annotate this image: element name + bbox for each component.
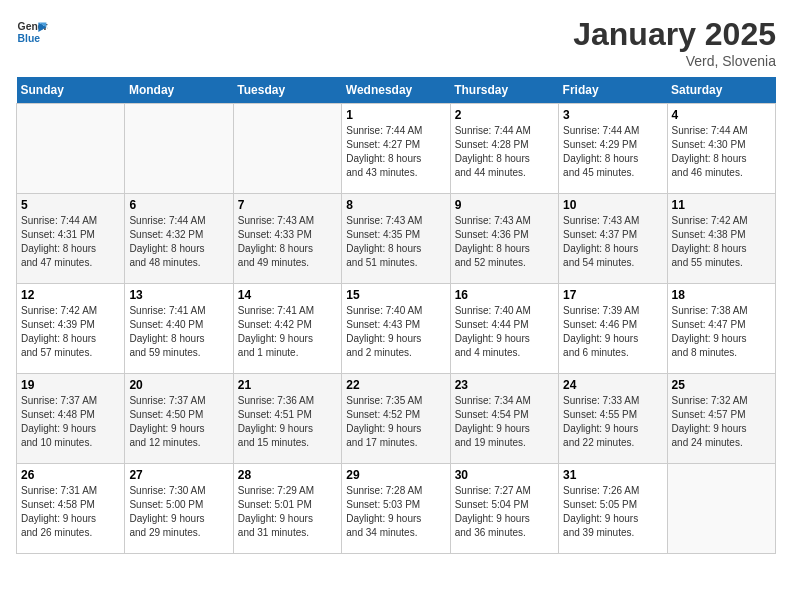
day-info: Sunrise: 7:39 AMSunset: 4:46 PMDaylight:… [563, 304, 662, 360]
calendar-week-row: 1Sunrise: 7:44 AMSunset: 4:27 PMDaylight… [17, 104, 776, 194]
day-number: 7 [238, 198, 337, 212]
calendar-cell: 16Sunrise: 7:40 AMSunset: 4:44 PMDayligh… [450, 284, 558, 374]
day-info: Sunrise: 7:31 AMSunset: 4:58 PMDaylight:… [21, 484, 120, 540]
calendar-body: 1Sunrise: 7:44 AMSunset: 4:27 PMDaylight… [17, 104, 776, 554]
day-number: 9 [455, 198, 554, 212]
logo-icon: General Blue [16, 16, 48, 48]
calendar-cell: 19Sunrise: 7:37 AMSunset: 4:48 PMDayligh… [17, 374, 125, 464]
calendar-cell: 7Sunrise: 7:43 AMSunset: 4:33 PMDaylight… [233, 194, 341, 284]
calendar-cell: 14Sunrise: 7:41 AMSunset: 4:42 PMDayligh… [233, 284, 341, 374]
day-info: Sunrise: 7:40 AMSunset: 4:43 PMDaylight:… [346, 304, 445, 360]
day-info: Sunrise: 7:41 AMSunset: 4:42 PMDaylight:… [238, 304, 337, 360]
day-info: Sunrise: 7:29 AMSunset: 5:01 PMDaylight:… [238, 484, 337, 540]
day-info: Sunrise: 7:43 AMSunset: 4:36 PMDaylight:… [455, 214, 554, 270]
day-number: 4 [672, 108, 771, 122]
day-number: 30 [455, 468, 554, 482]
day-of-week-header: Thursday [450, 77, 558, 104]
day-number: 31 [563, 468, 662, 482]
calendar-header: SundayMondayTuesdayWednesdayThursdayFrid… [17, 77, 776, 104]
day-info: Sunrise: 7:28 AMSunset: 5:03 PMDaylight:… [346, 484, 445, 540]
calendar-cell: 26Sunrise: 7:31 AMSunset: 4:58 PMDayligh… [17, 464, 125, 554]
month-title: January 2025 [573, 16, 776, 53]
day-number: 22 [346, 378, 445, 392]
calendar-cell [667, 464, 775, 554]
day-number: 1 [346, 108, 445, 122]
day-info: Sunrise: 7:35 AMSunset: 4:52 PMDaylight:… [346, 394, 445, 450]
day-number: 27 [129, 468, 228, 482]
calendar-cell: 21Sunrise: 7:36 AMSunset: 4:51 PMDayligh… [233, 374, 341, 464]
calendar-cell: 28Sunrise: 7:29 AMSunset: 5:01 PMDayligh… [233, 464, 341, 554]
day-info: Sunrise: 7:34 AMSunset: 4:54 PMDaylight:… [455, 394, 554, 450]
calendar-cell: 23Sunrise: 7:34 AMSunset: 4:54 PMDayligh… [450, 374, 558, 464]
calendar-week-row: 19Sunrise: 7:37 AMSunset: 4:48 PMDayligh… [17, 374, 776, 464]
day-info: Sunrise: 7:43 AMSunset: 4:37 PMDaylight:… [563, 214, 662, 270]
day-number: 10 [563, 198, 662, 212]
day-number: 5 [21, 198, 120, 212]
logo: General Blue [16, 16, 48, 48]
calendar-table: SundayMondayTuesdayWednesdayThursdayFrid… [16, 77, 776, 554]
day-of-week-header: Saturday [667, 77, 775, 104]
calendar-cell: 5Sunrise: 7:44 AMSunset: 4:31 PMDaylight… [17, 194, 125, 284]
day-info: Sunrise: 7:38 AMSunset: 4:47 PMDaylight:… [672, 304, 771, 360]
day-of-week-header: Wednesday [342, 77, 450, 104]
calendar-cell: 25Sunrise: 7:32 AMSunset: 4:57 PMDayligh… [667, 374, 775, 464]
calendar-cell: 6Sunrise: 7:44 AMSunset: 4:32 PMDaylight… [125, 194, 233, 284]
calendar-cell: 1Sunrise: 7:44 AMSunset: 4:27 PMDaylight… [342, 104, 450, 194]
day-number: 8 [346, 198, 445, 212]
calendar-week-row: 26Sunrise: 7:31 AMSunset: 4:58 PMDayligh… [17, 464, 776, 554]
day-info: Sunrise: 7:36 AMSunset: 4:51 PMDaylight:… [238, 394, 337, 450]
page-header: General Blue January 2025 Verd, Slovenia [16, 16, 776, 69]
day-number: 26 [21, 468, 120, 482]
calendar-cell: 22Sunrise: 7:35 AMSunset: 4:52 PMDayligh… [342, 374, 450, 464]
day-number: 11 [672, 198, 771, 212]
calendar-cell: 27Sunrise: 7:30 AMSunset: 5:00 PMDayligh… [125, 464, 233, 554]
day-number: 19 [21, 378, 120, 392]
day-number: 17 [563, 288, 662, 302]
calendar-cell: 24Sunrise: 7:33 AMSunset: 4:55 PMDayligh… [559, 374, 667, 464]
calendar-cell: 8Sunrise: 7:43 AMSunset: 4:35 PMDaylight… [342, 194, 450, 284]
calendar-cell: 29Sunrise: 7:28 AMSunset: 5:03 PMDayligh… [342, 464, 450, 554]
location: Verd, Slovenia [573, 53, 776, 69]
calendar-cell: 13Sunrise: 7:41 AMSunset: 4:40 PMDayligh… [125, 284, 233, 374]
day-number: 18 [672, 288, 771, 302]
day-info: Sunrise: 7:37 AMSunset: 4:50 PMDaylight:… [129, 394, 228, 450]
day-number: 29 [346, 468, 445, 482]
day-number: 15 [346, 288, 445, 302]
calendar-cell: 4Sunrise: 7:44 AMSunset: 4:30 PMDaylight… [667, 104, 775, 194]
calendar-cell: 15Sunrise: 7:40 AMSunset: 4:43 PMDayligh… [342, 284, 450, 374]
calendar-cell: 18Sunrise: 7:38 AMSunset: 4:47 PMDayligh… [667, 284, 775, 374]
day-info: Sunrise: 7:44 AMSunset: 4:28 PMDaylight:… [455, 124, 554, 180]
day-number: 25 [672, 378, 771, 392]
day-info: Sunrise: 7:44 AMSunset: 4:30 PMDaylight:… [672, 124, 771, 180]
day-number: 6 [129, 198, 228, 212]
day-number: 2 [455, 108, 554, 122]
day-info: Sunrise: 7:42 AMSunset: 4:38 PMDaylight:… [672, 214, 771, 270]
day-number: 24 [563, 378, 662, 392]
day-of-week-header: Monday [125, 77, 233, 104]
calendar-cell [125, 104, 233, 194]
calendar-cell [17, 104, 125, 194]
day-number: 13 [129, 288, 228, 302]
calendar-cell: 12Sunrise: 7:42 AMSunset: 4:39 PMDayligh… [17, 284, 125, 374]
calendar-cell: 10Sunrise: 7:43 AMSunset: 4:37 PMDayligh… [559, 194, 667, 284]
title-block: January 2025 Verd, Slovenia [573, 16, 776, 69]
calendar-cell: 9Sunrise: 7:43 AMSunset: 4:36 PMDaylight… [450, 194, 558, 284]
day-info: Sunrise: 7:26 AMSunset: 5:05 PMDaylight:… [563, 484, 662, 540]
days-of-week-row: SundayMondayTuesdayWednesdayThursdayFrid… [17, 77, 776, 104]
svg-text:Blue: Blue [18, 33, 41, 44]
day-info: Sunrise: 7:44 AMSunset: 4:31 PMDaylight:… [21, 214, 120, 270]
calendar-cell: 30Sunrise: 7:27 AMSunset: 5:04 PMDayligh… [450, 464, 558, 554]
day-number: 20 [129, 378, 228, 392]
day-number: 3 [563, 108, 662, 122]
calendar-cell: 20Sunrise: 7:37 AMSunset: 4:50 PMDayligh… [125, 374, 233, 464]
calendar-cell: 31Sunrise: 7:26 AMSunset: 5:05 PMDayligh… [559, 464, 667, 554]
day-info: Sunrise: 7:44 AMSunset: 4:27 PMDaylight:… [346, 124, 445, 180]
day-number: 16 [455, 288, 554, 302]
calendar-week-row: 12Sunrise: 7:42 AMSunset: 4:39 PMDayligh… [17, 284, 776, 374]
day-of-week-header: Sunday [17, 77, 125, 104]
day-number: 14 [238, 288, 337, 302]
calendar-cell: 17Sunrise: 7:39 AMSunset: 4:46 PMDayligh… [559, 284, 667, 374]
day-of-week-header: Friday [559, 77, 667, 104]
day-info: Sunrise: 7:30 AMSunset: 5:00 PMDaylight:… [129, 484, 228, 540]
calendar-cell [233, 104, 341, 194]
